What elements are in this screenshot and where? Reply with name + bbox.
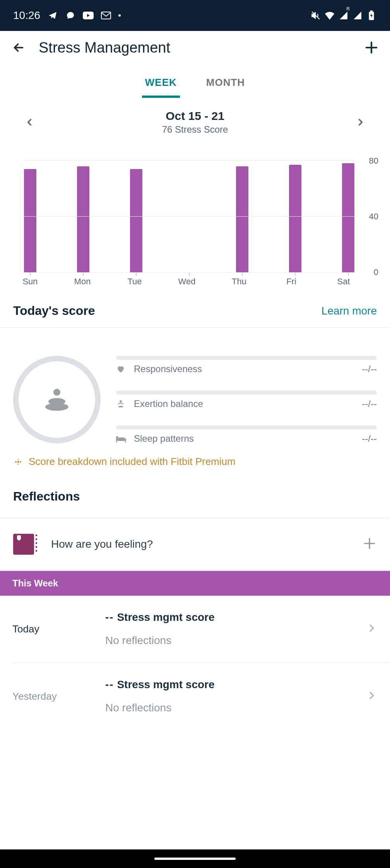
signal-2-icon [352,10,363,21]
status-bar: 10:26 R [0,0,390,31]
day-score-line: -- Stress mgmt score [105,678,366,691]
signal-icon: R [338,10,349,21]
reflections-title: Reflections [0,482,390,518]
tab-month[interactable]: MONTH [203,72,248,98]
metric-label: Responsiveness [134,364,355,374]
day-score-line: -- Stress mgmt score [105,611,366,624]
nav-bar [0,849,390,868]
svg-rect-12 [125,441,126,443]
timeframe-tabs: WEEK MONTH [0,72,390,98]
svg-rect-8 [116,439,126,441]
metric-icon [116,364,127,374]
x-axis-label: Tue [123,277,146,287]
sparkle-icon [13,457,23,467]
bar-slot [129,161,143,273]
metric-label: Exertion balance [134,398,355,409]
bar[interactable] [77,166,89,273]
wifi-icon [324,10,335,21]
youtube-icon [83,10,94,21]
day-row[interactable]: Today-- Stress mgmt scoreNo reflections [0,596,390,662]
x-axis-label: Sat [332,277,355,287]
svg-point-4 [53,389,60,396]
bar-slot [23,161,37,273]
tab-week[interactable]: WEEK [142,72,180,98]
bar-slot [182,161,196,273]
status-dot-icon [118,14,121,17]
bar-slot [288,161,302,273]
day-label: Yesterday [12,690,105,702]
svg-rect-10 [118,437,125,439]
app-header: Stress Management [0,31,390,64]
learn-more-link[interactable]: Learn more [322,305,377,317]
bar[interactable] [24,169,36,273]
back-button[interactable] [9,41,28,55]
day-reflection: No reflections [105,702,366,714]
chevron-right-icon [366,622,378,636]
score-circle [13,356,101,443]
metric-bar [116,425,377,429]
bar[interactable] [342,163,354,273]
metric: Responsiveness--/-- [116,356,377,374]
feeling-prompt-row[interactable]: How are you feeling? [0,518,390,571]
svg-rect-3 [370,10,373,12]
svg-point-17 [17,461,19,463]
svg-point-14 [18,459,19,460]
todays-score-header: Today's score Learn more [0,284,390,327]
todays-score-title: Today's score [13,304,95,318]
score-breakdown: Responsiveness--/--Exertion balance--/--… [0,328,390,456]
svg-point-13 [15,461,17,463]
premium-note[interactable]: Score breakdown included with Fitbit Pre… [0,456,390,482]
date-navigator: Oct 15 - 21 76 Stress Score [0,98,390,137]
svg-rect-9 [116,436,118,439]
status-time: 10:26 [13,9,40,22]
bar[interactable] [236,166,248,273]
bar-slot [235,161,249,273]
feeling-prompt-text: How are you feeling? [51,538,362,550]
date-subtitle: 76 Stress Score [162,124,228,135]
y-axis-label: 0 [374,267,378,277]
day-body: -- Stress mgmt scoreNo reflections [105,678,366,714]
add-reflection-icon[interactable] [362,536,377,552]
gmail-icon [101,10,111,21]
mute-icon [310,10,321,21]
nav-home-indicator[interactable] [154,858,236,860]
metric: Exertion balance--/-- [116,391,377,409]
metric-bar [116,356,377,360]
add-button[interactable] [362,40,381,55]
x-axis-label: Mon [71,277,94,287]
bar[interactable] [289,165,301,273]
bar-slot [341,161,355,273]
svg-point-7 [120,400,122,403]
x-axis-label: Sun [19,277,42,287]
premium-note-text: Score breakdown included with Fitbit Pre… [29,456,236,468]
stress-chart: 80400 SunMonTueWedThuFriSat [12,161,378,284]
day-row[interactable]: Yesterday-- Stress mgmt scoreNo reflecti… [0,663,390,730]
bar[interactable] [130,169,142,273]
gridline [23,160,355,161]
status-right: R [310,10,377,21]
chat-icon [65,10,76,21]
day-label: Today [12,623,105,635]
day-body: -- Stress mgmt scoreNo reflections [105,611,366,647]
svg-rect-1 [101,12,111,19]
metric-bar [116,391,377,395]
day-reflection: No reflections [105,634,366,647]
telegram-icon [47,10,58,21]
x-axis-label: Wed [175,277,198,287]
next-week-button[interactable] [353,117,368,128]
metric-icon [116,399,127,408]
metric-value: --/-- [362,364,377,374]
week-section-header: This Week [0,571,390,596]
metric-label: Sleep patterns [134,433,355,444]
date-range-text: Oct 15 - 21 [162,109,228,123]
svg-rect-11 [116,441,117,443]
metric-value: --/-- [362,433,377,444]
prev-week-button[interactable] [22,117,37,128]
date-range-display: Oct 15 - 21 76 Stress Score [162,109,228,135]
y-axis-label: 80 [369,156,378,166]
gridline [23,272,355,273]
journal-icon [13,534,34,555]
page-title: Stress Management [39,39,362,56]
gridline [23,216,355,217]
svg-point-16 [20,461,21,463]
